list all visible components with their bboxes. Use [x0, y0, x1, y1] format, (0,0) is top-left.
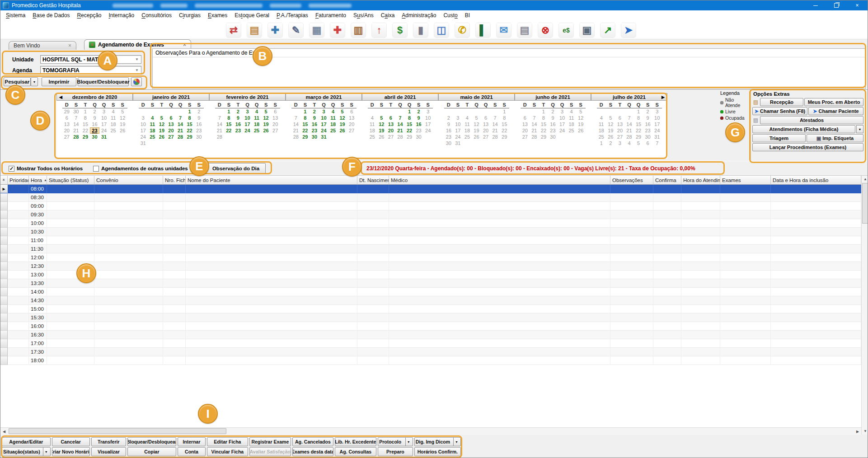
calendar-day[interactable]: 24	[243, 127, 252, 134]
calendar-day[interactable]: 5	[634, 140, 643, 146]
calendar-day[interactable]: 3	[558, 108, 567, 115]
calendar-day[interactable]: 7	[530, 115, 539, 121]
calendar-day[interactable]: 13	[347, 115, 357, 121]
table-row[interactable]: 16:30	[0, 331, 861, 339]
calendar-day[interactable]: 19	[261, 121, 271, 127]
calendar-day[interactable]: 8	[539, 115, 549, 121]
calendar-day[interactable]: 1	[500, 108, 509, 115]
editar-ficha-button[interactable]: Editar Ficha	[207, 437, 248, 446]
calendar-day[interactable]: 9	[194, 115, 204, 121]
row-selector[interactable]	[0, 228, 8, 236]
table-row[interactable]: 16:00	[0, 322, 861, 331]
calendar-day[interactable]: 21	[71, 127, 81, 134]
preparo-button[interactable]: Preparo	[378, 447, 413, 456]
calendar-day[interactable]: 4	[328, 108, 338, 115]
calendar-day[interactable]: 14	[530, 121, 539, 127]
calendar-day[interactable]: 14	[291, 121, 301, 127]
calendar-day[interactable]: 7	[490, 115, 500, 121]
calendar-day[interactable]: 1	[597, 140, 606, 146]
calendar-day[interactable]: 7	[71, 115, 81, 121]
calendar-day[interactable]: 5	[157, 115, 167, 121]
atendimentos-dropdown[interactable]: ▼	[856, 125, 863, 133]
calendar-day[interactable]: 4	[252, 108, 262, 115]
calendar-day[interactable]: 22	[405, 127, 414, 134]
calendar-day[interactable]: 26	[472, 134, 481, 140]
atendimentos-ficha-medica-button[interactable]: Atendimentos (Ficha Médica)	[752, 125, 855, 133]
calendar-day[interactable]: 28	[624, 134, 634, 140]
calendar-day[interactable]: 25	[252, 127, 262, 134]
calendar-day[interactable]: 3	[243, 108, 252, 115]
column-header-exames[interactable]: Exames	[720, 176, 771, 185]
calendar-day[interactable]: 27	[271, 127, 280, 134]
calendar-day[interactable]: 19	[377, 127, 386, 134]
observacao-do-dia-button[interactable]: Observação do Dia	[206, 163, 266, 174]
column-header-data-e-hora-da-inclus-o[interactable]: Data e Hora da inclusão	[771, 176, 861, 185]
calendar-day[interactable]: 22	[185, 127, 194, 134]
calendar-day[interactable]: 14	[176, 121, 185, 127]
row-selector[interactable]	[0, 219, 8, 228]
supplies-icon[interactable]: ▥	[351, 23, 366, 37]
calendar-day[interactable]: 8	[81, 115, 90, 121]
calendar-day[interactable]: 20	[521, 127, 530, 134]
calendar-day[interactable]: 22	[539, 127, 549, 134]
restore-button[interactable]	[826, 0, 847, 10]
transfer-patient-icon[interactable]: ⇄	[226, 23, 241, 37]
calendar-day[interactable]: 29	[405, 134, 414, 140]
calendar-day[interactable]: 7	[176, 115, 185, 121]
calendar-day[interactable]: 12	[338, 115, 347, 121]
calendar-day[interactable]: 1	[81, 108, 90, 115]
calendar-day[interactable]: 18	[252, 121, 262, 127]
hor-rios-confirm-button[interactable]: Horários Confirm.	[414, 447, 461, 456]
calendar-day[interactable]: 22	[300, 127, 310, 134]
calendar-day[interactable]: 23	[444, 134, 454, 140]
calendar-day[interactable]: 12	[472, 121, 481, 127]
minimize-button[interactable]	[805, 0, 826, 10]
calendar-day[interactable]: 10	[423, 115, 433, 121]
row-selector[interactable]	[0, 322, 8, 331]
calendar-day[interactable]: 28	[530, 134, 539, 140]
calendar-day[interactable]: 10	[139, 121, 148, 127]
menu-item-base-de-dados[interactable]: Base de Dados	[29, 10, 73, 21]
calendar-day[interactable]: 8	[185, 115, 194, 121]
row-selector[interactable]	[0, 348, 8, 356]
scroll-right-icon[interactable]: ▶	[854, 428, 861, 435]
prescription-icon[interactable]: ✎	[289, 23, 303, 37]
calendar-day[interactable]: 7	[652, 140, 662, 146]
calendar-day[interactable]: 26	[261, 127, 271, 134]
scrollbar-thumb[interactable]	[862, 183, 868, 224]
calendar-day[interactable]: 9	[90, 115, 99, 121]
calendar-day[interactable]: 14	[490, 121, 500, 127]
row-selector[interactable]	[0, 253, 8, 262]
calendar-day[interactable]: 21	[215, 127, 225, 134]
calendar-day[interactable]: 8	[634, 115, 643, 121]
scroll-left-icon[interactable]: ◀	[0, 428, 8, 435]
calendar-day[interactable]: 21	[624, 127, 634, 134]
column-header-selector[interactable]: ✳	[0, 176, 8, 185]
calendar-day[interactable]: 20	[615, 127, 625, 134]
other-units-checkbox[interactable]	[93, 166, 99, 172]
calendar-day[interactable]: 21	[490, 127, 500, 134]
table-row[interactable]: ▶08:00	[0, 185, 861, 193]
calendar-day[interactable]: 12	[377, 121, 386, 127]
imp-etiqueta-button[interactable]: ▣Imp. Etiqueta	[807, 134, 863, 142]
calendar-day[interactable]: 10	[453, 121, 463, 127]
calendar-day[interactable]: 27	[481, 134, 491, 140]
dropdown-icon[interactable]: ▼	[453, 438, 460, 446]
calendar-day[interactable]: 23	[194, 127, 204, 134]
calendar-day[interactable]: 25	[597, 134, 606, 140]
column-header-prioridade[interactable]: Prioridade	[8, 176, 29, 185]
calendar-day[interactable]: 1	[300, 108, 310, 115]
row-selector[interactable]	[0, 236, 8, 245]
unidade-select[interactable]: HOSPITAL SQL - MATRIZ ▼	[40, 55, 141, 64]
row-selector[interactable]	[0, 279, 8, 288]
cancelar-button[interactable]: Cancelar	[52, 437, 90, 446]
calendar-day[interactable]: 19	[472, 127, 481, 134]
calendar-day[interactable]: 5	[576, 108, 586, 115]
calendar-day[interactable]: 18	[567, 121, 576, 127]
calendar-day[interactable]: 6	[643, 140, 652, 146]
calendar-day[interactable]: 17	[558, 121, 567, 127]
calendar-day[interactable]: 28	[176, 134, 185, 140]
cash-icon[interactable]: $	[393, 23, 407, 37]
calendar-day[interactable]: 25	[148, 134, 157, 140]
calendar-day[interactable]: 11	[463, 121, 472, 127]
